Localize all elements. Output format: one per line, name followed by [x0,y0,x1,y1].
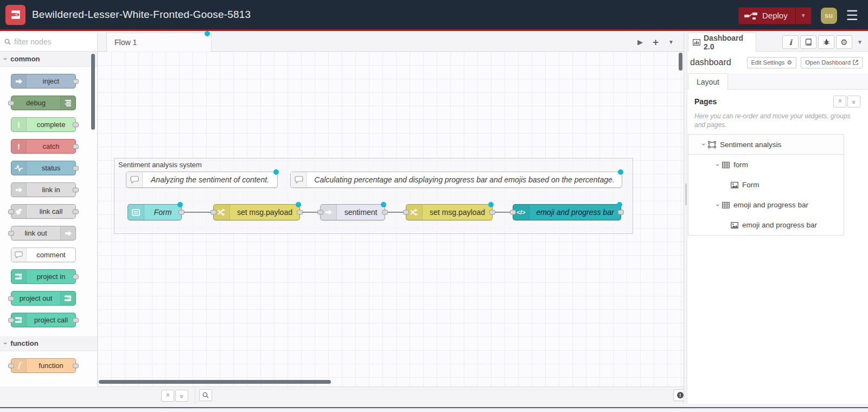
palette-node-project-in[interactable]: project in [11,269,76,284]
modified-dot [488,202,494,207]
config-tab-icon[interactable]: ⚙ [836,35,852,49]
palette-section-label: function [10,339,38,347]
modified-dot [381,202,386,207]
move-up-button[interactable]: » [833,96,846,107]
modified-dot [296,202,301,207]
palette-node-link-call[interactable]: link call [11,204,76,219]
tree-group-form[interactable]: › form [688,155,844,175]
comment-icon [11,248,27,262]
input-port [8,363,14,368]
group-grid-icon [722,162,730,168]
palette-footer: » » [98,387,195,404]
tab-scroll-right-icon[interactable]: ▶ [637,38,643,46]
palette-node-debug[interactable]: debug [11,96,76,110]
palette-node-project-out[interactable]: project out [11,291,76,306]
deploy-options-caret[interactable]: ▼ [795,8,811,24]
debug-tab-icon[interactable] [818,35,834,49]
comment-icon [126,172,143,187]
tab-layout[interactable]: Layout [688,73,728,90]
canvas-vertical-scrollbar[interactable] [679,53,682,71]
chevron-down-icon[interactable]: › [700,143,707,145]
modified-dot [205,31,210,36]
tree-widget-form[interactable]: Form [688,175,844,195]
output-port [73,144,79,149]
input-port [403,210,409,215]
node-ui-form[interactable]: Form [127,204,182,220]
workspace: Flow 1 ▶ + ▼ Sentiment analysis system [98,33,684,404]
comment-icon [291,172,307,187]
gear-icon: ⚙ [787,59,792,66]
project-out-icon [60,291,75,305]
palette-node-comment[interactable]: comment [11,248,76,262]
open-dashboard-button[interactable]: Open Dashboard [801,57,863,68]
canvas-horizontal-scrollbar[interactable] [99,380,331,384]
palette-node-link-out[interactable]: link out [11,226,76,240]
palette-node-catch[interactable]: ! catch [11,139,76,154]
main-menu-icon[interactable]: ☰ [846,9,858,22]
form-icon [128,205,144,220]
palette-node-link-in[interactable]: link in [11,182,76,197]
palette-node-project-call[interactable]: project call [11,313,76,327]
sidebar-resize-handle[interactable] [684,33,687,404]
modified-dot [618,169,623,175]
palette-scrollbar[interactable] [91,54,95,130]
tree-page-sentiment-analysis[interactable]: › Sentiment analysis [688,135,844,155]
palette-section-function[interactable]: › function [0,336,97,351]
edit-settings-button[interactable]: Edit Settings ⚙ [747,57,797,68]
chevron-down-icon[interactable]: › [714,164,722,166]
sidebar-tabbar: Dashboard 2.0 i ⚙ ▼ [688,33,868,52]
deploy-button[interactable]: Deploy ▼ [738,7,812,24]
palette-expand-all-button[interactable]: » [175,390,188,402]
input-port [8,231,14,236]
palette-filter[interactable]: filter nodes [0,33,97,52]
chevron-down-icon[interactable]: › [714,204,722,206]
error-icon: ! [677,392,684,398]
info-tab-icon[interactable]: i [782,35,799,49]
tab-flow-1[interactable]: Flow 1 [106,33,212,52]
sidebar-tab-label: Dashboard 2.0 [704,34,756,51]
debug-icon [60,96,75,110]
widget-image-icon [731,182,738,188]
tree-widget-emoji-and-progress-bar[interactable]: emoji and progress bar [688,215,844,235]
palette-scroll-area[interactable]: › common inject debug [0,52,97,386]
group-label: Sentiment analysis system [118,161,202,169]
output-port [489,210,495,215]
chevron-down-icon: › [2,342,10,344]
node-ui-template[interactable]: </> emoji and progress bar [513,204,621,220]
help-tab-icon[interactable] [800,35,816,49]
flow-list-caret[interactable]: ▼ [668,39,674,45]
node-change-2[interactable]: set msg.payload [406,204,493,220]
external-link-icon [853,60,858,65]
node-sentiment[interactable]: sentiment [320,204,385,220]
output-port [73,363,79,368]
modified-dot [177,202,183,207]
user-avatar[interactable]: su [821,8,837,24]
sidebar-tabs-caret[interactable]: ▼ [857,39,863,45]
palette-node-status[interactable]: status [11,161,76,175]
output-port [73,122,79,127]
window-bottom-edge [0,404,868,412]
node-change-1[interactable]: set msg.payload [213,204,300,220]
bar-chart-icon [693,39,700,46]
tab-label: Flow 1 [114,38,137,47]
tree-group-emoji-and-progress-bar[interactable]: › emoji and progress bar [688,195,844,215]
add-flow-button[interactable]: + [653,36,659,48]
move-down-button[interactable]: » [847,96,860,107]
tab-dashboard-2[interactable]: Dashboard 2.0 [688,33,756,52]
palette-node-inject[interactable]: inject [11,74,76,88]
palette-node-function[interactable]: f function [11,358,76,373]
palette-node-complete[interactable]: ! complete [11,117,76,132]
wire[interactable] [182,212,213,213]
output-port [73,187,79,192]
node-red-logo-icon [5,5,25,25]
flow-canvas[interactable]: Sentiment analysis system Analyzing the … [98,52,684,386]
canvas-search-button[interactable] [199,389,212,401]
palette-filter-placeholder: filter nodes [14,37,51,46]
output-port [73,79,79,84]
palette-collapse-all-button[interactable]: » [161,390,174,402]
pages-title: Pages [694,97,833,106]
flow-group-sentiment-analysis-system[interactable]: Sentiment analysis system [114,158,633,234]
palette-section-common[interactable]: › common [0,52,97,67]
node-comment-1[interactable]: Analyzing the sentiment of content. [126,172,278,188]
node-comment-2[interactable]: Calculating percentage and displaying pr… [290,172,622,188]
